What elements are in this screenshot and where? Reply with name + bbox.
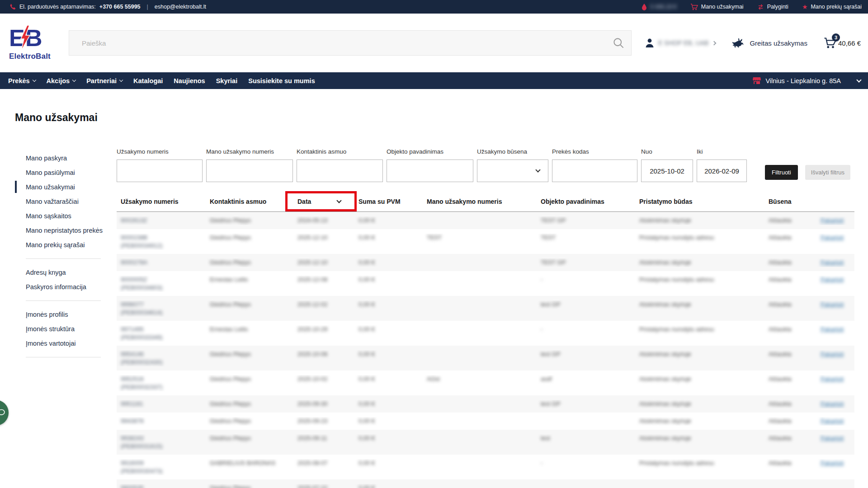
order-row[interactable]: 9000005Z (PEB00034803) Ernestas Leilis 2… — [117, 271, 854, 296]
cart-button[interactable]: 3 40,66 € — [824, 37, 861, 49]
cell-action: Pakartoti — [816, 325, 854, 342]
filter-label: Iki — [697, 148, 747, 155]
sidebar-item[interactable]: Įmonės struktūra — [15, 322, 117, 336]
search-input[interactable] — [82, 39, 613, 47]
order-row[interactable]: 9952516 (PEB00032337) Giedrius Plepys 20… — [117, 371, 854, 395]
column-header[interactable]: Būsena — [764, 198, 816, 205]
order-row[interactable]: 9000278A Giedrius Plepys 2025-12-10 0,00… — [117, 254, 854, 271]
product-code-input[interactable] — [552, 160, 637, 182]
cell-object-name: test GP — [537, 350, 635, 366]
logo[interactable]: E B ElektroBalt — [9, 25, 62, 61]
order-status-select[interactable] — [477, 160, 548, 182]
sidebar-item[interactable]: Mano sąskaitos — [15, 209, 117, 223]
object-name-input[interactable] — [387, 160, 473, 182]
sidebar-item[interactable]: Mano prekių sąrašai — [15, 238, 117, 252]
repeat-order-link[interactable]: Pakartoti — [821, 301, 844, 308]
nav-item[interactable]: Susisiekite su mumis — [248, 77, 315, 84]
sidebar-item-label: Paskyros informacija — [26, 283, 86, 291]
nav-item[interactable]: Prekės — [8, 77, 36, 84]
cell-action: Pakartoti — [816, 350, 854, 366]
repeat-order-link[interactable]: Pakartoti — [821, 435, 844, 441]
nav-item[interactable]: Partneriai — [86, 77, 123, 84]
sidebar-item[interactable]: Mano važtaraščiai — [15, 194, 117, 209]
order-row[interactable]: 9938243 (PEB00031615) Giedrius Plepys 20… — [117, 430, 854, 455]
loyalty-balance[interactable]: 3 446,18 € — [642, 4, 677, 10]
sidebar-item[interactable]: Adresų knyga — [15, 265, 117, 280]
order-row[interactable]: 9954146 (PEB00032430) Giedrius Plepys 20… — [117, 346, 854, 371]
date-to-input[interactable] — [697, 160, 747, 182]
chevron-down-icon[interactable] — [856, 77, 861, 82]
repeat-order-link[interactable]: Pakartoti — [821, 217, 844, 224]
sidebar-item-label: Mano nepristatytos prekės — [26, 227, 103, 234]
cell-order-number: 9002613Z — [117, 216, 206, 225]
column-header[interactable]: Suma su PVM — [354, 198, 423, 205]
cell-sum: 0,00 € — [354, 258, 423, 267]
order-row[interactable]: 9943878 Giedrius Plepys 2025-09-23 0,00 … — [117, 413, 854, 430]
account-menu[interactable]: E SHOP EB, UAB — [645, 38, 716, 48]
order-row[interactable]: 9996077 (PEB00034614) Giedrius Plepys 20… — [117, 296, 854, 321]
cell-contact-person: Giedrius Plepys — [206, 434, 293, 450]
topbar-link-compare[interactable]: Palyginti — [757, 4, 788, 10]
quick-order-label: Greitas užsakymas — [750, 39, 807, 47]
filter-label: Objekto pavadinimas — [387, 148, 473, 155]
filter-button[interactable]: Filtruoti — [765, 165, 798, 180]
order-row[interactable]: 9900535 Giedrius Plepys 2025-07-22 0,00 … — [117, 479, 854, 488]
cell-date: 2025-12-08 — [293, 276, 354, 292]
sort-chevron-icon[interactable] — [337, 198, 342, 203]
nav-item[interactable]: Skyriai — [216, 77, 238, 84]
nav-item[interactable]: Katalogai — [133, 77, 163, 84]
store-location[interactable]: Vilnius - Liepkalnio g. 85A — [765, 77, 841, 84]
order-row[interactable]: 9000238B (PEB00034912) Giedrius Plepys 2… — [117, 229, 854, 254]
order-row[interactable]: 9916009 (PEB00030473) GABRIELIUS BARONAS… — [117, 455, 854, 479]
repeat-order-link[interactable]: Pakartoti — [821, 375, 844, 382]
sidebar-item[interactable]: Mano paskyra — [15, 151, 117, 165]
sidebar-item[interactable]: Įmonės vartotojai — [15, 336, 117, 351]
sidebar-item[interactable]: Įmonės profilis — [15, 307, 117, 322]
repeat-order-link[interactable]: Pakartoti — [821, 400, 844, 407]
date-from-input[interactable] — [641, 160, 693, 182]
order-number-input[interactable] — [117, 160, 203, 182]
quick-order-button[interactable]: Greitas užsakymas — [732, 38, 807, 48]
column-header[interactable]: Kontaktinis asmuo — [206, 198, 293, 205]
sidebar-item[interactable]: Mano pasiūlymai — [15, 165, 117, 180]
topbar-separator: | — [147, 4, 148, 10]
nav-item[interactable]: Naujienos — [174, 77, 205, 84]
repeat-order-link[interactable]: Pakartoti — [821, 259, 844, 266]
sidebar-item[interactable]: Mano nepristatytos prekės — [15, 223, 117, 238]
order-row[interactable]: 9971495 (PEB00033349) Ernestas Leilis 20… — [117, 321, 854, 346]
search-icon[interactable] — [613, 37, 625, 49]
nav-item-label: Partneriai — [86, 77, 117, 84]
topbar-link-my-orders[interactable]: Mano užsakymai — [690, 4, 744, 10]
cell-action — [816, 484, 854, 488]
sidebar-item[interactable]: Mano užsakymai — [15, 180, 117, 194]
column-header[interactable]: Data — [293, 198, 354, 205]
repeat-order-link[interactable]: Pakartoti — [821, 418, 844, 424]
cell-status: Atšaukta — [764, 417, 816, 426]
contact-person-input[interactable] — [297, 160, 383, 182]
repeat-order-link[interactable]: Pakartoti — [821, 351, 844, 357]
my-order-number-input[interactable] — [206, 160, 293, 182]
cell-sum: 0,00 € — [354, 300, 423, 317]
column-header[interactable]: Pristatymo būdas — [635, 198, 764, 205]
cell-object-name: - — [537, 276, 635, 292]
order-row[interactable]: 9951181 Giedrius Plepys 2025-09-30 0,00 … — [117, 395, 854, 413]
repeat-order-link[interactable]: Pakartoti — [821, 276, 844, 283]
repeat-order-link[interactable]: Pakartoti — [821, 460, 844, 466]
repeat-order-link[interactable]: Pakartoti — [821, 234, 844, 241]
repeat-order-link[interactable]: Pakartoti — [821, 326, 844, 333]
service-phone[interactable]: +370 665 55995 — [99, 4, 141, 10]
order-row[interactable]: 9002613Z Giedrius Plepys 2024-05-13 0,00… — [117, 212, 854, 229]
column-header[interactable]: Objekto pavadinimas — [537, 198, 635, 205]
cell-delivery-method: Atsiėmimas skyriuje — [635, 300, 764, 317]
cell-contact-person: Giedrius Plepys — [206, 375, 293, 391]
cell-sum: 0,00 € — [354, 325, 423, 342]
cell-order-number: 9996077 (PEB00034614) — [117, 300, 206, 317]
clear-filters-button[interactable]: Išvalyti filtrus — [805, 165, 850, 180]
sidebar-item[interactable]: Paskyros informacija — [15, 280, 117, 294]
topbar-link-wishlists[interactable]: ★ Mano prekių sąrašai — [802, 4, 862, 10]
nav-item[interactable]: Akcijos — [47, 77, 76, 84]
column-header[interactable]: Mano užsakymo numeris — [423, 198, 537, 205]
cell-order-number: 9000278A — [117, 258, 206, 267]
service-email[interactable]: eshop@elektrobalt.lt — [155, 4, 206, 10]
column-header[interactable]: Užsakymo numeris — [117, 198, 206, 205]
